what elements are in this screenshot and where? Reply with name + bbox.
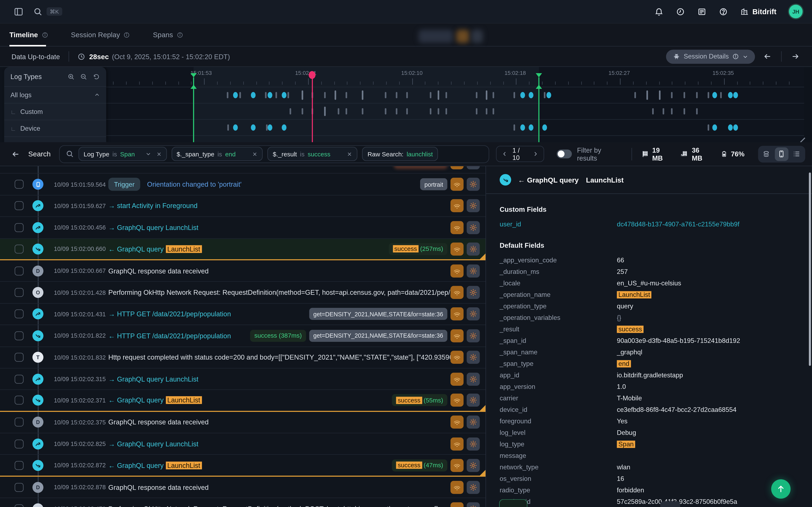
flare-log-button[interactable] <box>467 459 480 472</box>
row-checkbox[interactable] <box>15 244 23 253</box>
flare-log-button[interactable] <box>467 372 480 386</box>
raw-search-chip[interactable]: Raw Search: launchlist <box>362 147 438 161</box>
collapse-chevron-icon[interactable] <box>94 92 100 98</box>
flare-log-button[interactable] <box>467 307 480 321</box>
log-event-bar[interactable] <box>275 92 277 98</box>
row-checkbox[interactable] <box>15 288 23 297</box>
log-event-bar[interactable] <box>493 92 495 98</box>
stream-log-button[interactable] <box>451 372 464 386</box>
log-event-bar[interactable] <box>406 92 408 98</box>
log-event-bar[interactable] <box>486 90 488 100</box>
scroll-to-top-button[interactable] <box>771 480 791 499</box>
log-event-bar[interactable] <box>227 124 229 130</box>
page-scrollbar-thumb[interactable] <box>809 172 811 366</box>
row-checkbox[interactable] <box>15 180 23 189</box>
log-event-bar[interactable] <box>671 92 672 98</box>
log-event-dot[interactable] <box>233 124 238 130</box>
log-event-bar[interactable] <box>683 92 685 98</box>
log-event-bar[interactable] <box>544 92 545 98</box>
log-row[interactable]: 10/09 15:02:02.315→ GraphQL query Launch… <box>0 369 486 390</box>
log-event-dot[interactable] <box>733 124 738 130</box>
log-event-bar[interactable] <box>445 108 447 114</box>
log-row[interactable]: 10/09 15:01:59.627→ start Activity in Fo… <box>0 195 486 217</box>
tab-session-replay[interactable]: Session Replay <box>71 23 130 46</box>
previous-session-arrow[interactable] <box>760 52 775 61</box>
help-icon[interactable] <box>719 7 728 16</box>
log-event-bar[interactable] <box>493 108 495 114</box>
log-event-bar[interactable] <box>476 92 478 98</box>
notifications-bell-icon[interactable] <box>655 7 664 16</box>
search-icon[interactable] <box>34 7 43 16</box>
stream-log-button[interactable] <box>451 351 464 364</box>
log-row[interactable]: 10/09 15:02:00.456→ GraphQL query Launch… <box>0 217 486 238</box>
log-event-bar[interactable] <box>708 92 709 98</box>
log-event-dot[interactable] <box>251 92 256 98</box>
log-row[interactable]: D10/09 15:02:02.375GraphQL response data… <box>0 412 486 433</box>
stream-log-button[interactable] <box>451 264 464 277</box>
log-row-partial-top[interactable] <box>0 166 486 174</box>
stream-log-button[interactable] <box>451 394 464 407</box>
next-session-arrow[interactable] <box>788 52 803 61</box>
flare-log-button[interactable] <box>467 481 480 494</box>
stream-log-button[interactable] <box>451 166 464 169</box>
log-row[interactable]: T10/09 15:02:01.832Http request complete… <box>0 347 486 369</box>
log-event-bar[interactable] <box>240 92 241 98</box>
log-event-bar[interactable] <box>385 92 386 98</box>
log-event-bar[interactable] <box>335 90 336 100</box>
detail-partial-button-left[interactable] <box>499 499 527 507</box>
log-row[interactable]: O10/09 15:02:03.470Performing OkHttp Net… <box>0 498 486 507</box>
log-event-bar[interactable] <box>438 108 439 114</box>
row-checkbox[interactable] <box>15 266 23 275</box>
log-event-dot[interactable] <box>542 124 547 130</box>
flare-log-button[interactable] <box>467 329 480 342</box>
stream-log-button[interactable] <box>451 307 464 321</box>
log-event-bar[interactable] <box>514 124 515 130</box>
row-checkbox[interactable] <box>15 504 23 507</box>
detail-partial-button-right[interactable] <box>660 501 680 507</box>
log-event-dot[interactable] <box>251 124 256 130</box>
flare-log-button[interactable] <box>467 166 480 169</box>
log-type-row-device[interactable]: ∟Device <box>4 120 106 136</box>
flare-log-button[interactable] <box>467 221 480 234</box>
log-event-bar[interactable] <box>362 108 363 114</box>
row-checkbox[interactable] <box>15 418 23 427</box>
flare-log-button[interactable] <box>467 437 480 451</box>
log-event-bar[interactable] <box>302 108 303 114</box>
row-checkbox[interactable] <box>15 375 23 384</box>
user-avatar[interactable]: JH <box>789 5 803 18</box>
log-event-dot[interactable] <box>520 124 525 130</box>
playhead-marker[interactable] <box>312 77 313 142</box>
filter-chip-3[interactable]: $._resultissuccess <box>268 147 358 161</box>
log-event-bar[interactable] <box>486 108 488 114</box>
view-mode-stack-button[interactable] <box>760 147 773 161</box>
log-event-dot[interactable] <box>728 92 733 98</box>
log-event-dot[interactable] <box>282 92 287 98</box>
log-row[interactable]: D10/09 15:02:00.667GraphQL response data… <box>0 260 486 282</box>
log-event-dot[interactable] <box>268 124 273 130</box>
remove-filter-icon[interactable] <box>347 151 352 157</box>
log-event-bar[interactable] <box>659 90 660 100</box>
log-event-bar[interactable] <box>514 92 515 98</box>
log-event-dot[interactable] <box>529 92 534 98</box>
flare-log-button[interactable] <box>467 416 480 429</box>
flare-log-button[interactable] <box>467 286 480 299</box>
back-arrow-icon[interactable] <box>11 150 20 158</box>
log-event-dot[interactable] <box>268 92 273 98</box>
log-event-bar[interactable] <box>227 92 229 98</box>
stream-log-button[interactable] <box>451 178 464 191</box>
log-event-bar[interactable] <box>346 92 347 98</box>
flare-log-button[interactable] <box>467 394 480 407</box>
stream-log-button[interactable] <box>451 459 464 472</box>
log-event-bar[interactable] <box>324 92 325 98</box>
log-event-bar[interactable] <box>696 108 698 114</box>
log-event-bar[interactable] <box>635 92 636 98</box>
log-row[interactable]: 10/09 15:02:01.822← HTTP GET /data/2021/… <box>0 325 486 347</box>
log-event-dot[interactable] <box>282 124 287 130</box>
row-checkbox[interactable] <box>15 483 23 492</box>
log-event-bar[interactable] <box>362 90 363 100</box>
log-event-dot[interactable] <box>233 92 238 98</box>
row-checkbox[interactable] <box>15 353 23 362</box>
view-mode-device-button[interactable] <box>775 147 789 161</box>
timeline-chart[interactable]: 15:01:5315:02:0115:02:1015:02:1815:02:27… <box>106 67 804 142</box>
row-checkbox[interactable] <box>15 309 23 319</box>
